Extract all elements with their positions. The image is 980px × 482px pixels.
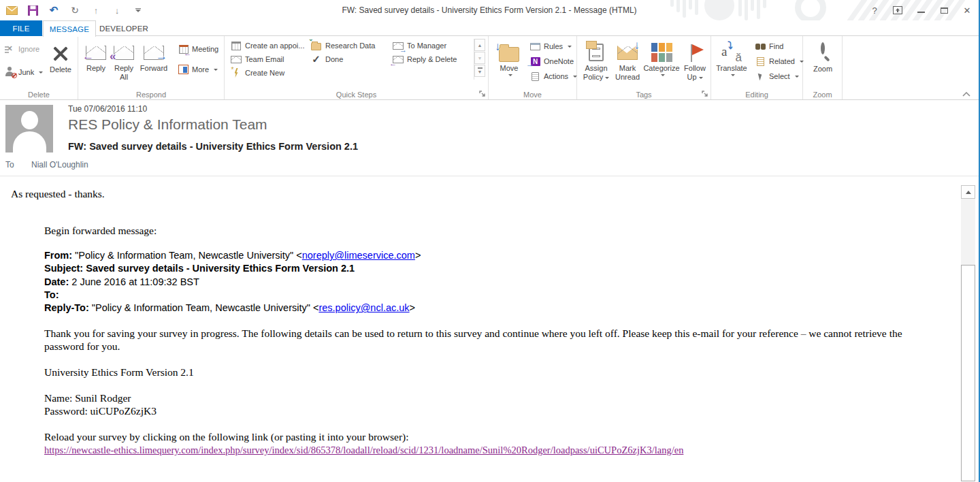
- select-button[interactable]: Select: [752, 69, 804, 84]
- actions-button[interactable]: Actions: [527, 69, 577, 84]
- outlook-message-window: ↶ ↻ ↑ ↓ FW: Saved survey details - Unive…: [0, 0, 980, 482]
- save-icon[interactable]: [27, 4, 39, 16]
- quick-step-done[interactable]: ✓ Done: [309, 52, 391, 66]
- team-email-icon: [230, 54, 242, 65]
- find-button[interactable]: Find: [752, 39, 804, 54]
- quick-step-create-new[interactable]: Create New: [229, 66, 309, 80]
- find-binoculars-icon: [755, 41, 766, 52]
- redo-icon[interactable]: ↻: [69, 4, 81, 16]
- move-icon: ↓: [499, 41, 519, 64]
- actions-label: Actions: [544, 72, 568, 80]
- quick-steps-dialog-launcher-icon[interactable]: [479, 91, 487, 98]
- customize-qat-icon[interactable]: [132, 4, 144, 16]
- reply-all-button[interactable]: « Reply All: [110, 37, 138, 82]
- translate-button[interactable]: a⤵ă Translate: [714, 37, 749, 76]
- rules-label: Rules: [544, 42, 563, 50]
- zoom-magnifier-icon: [814, 42, 832, 65]
- name-line: Name: Sunil Rodger: [44, 391, 157, 404]
- follow-up-flag-icon: [688, 41, 702, 64]
- categorize-button[interactable]: Categorize: [642, 37, 681, 82]
- sender-name[interactable]: RES Policy & Information Team: [68, 116, 267, 133]
- tags-dialog-launcher-icon[interactable]: [702, 91, 709, 98]
- quick-step-to-manager[interactable]: → To Manager: [391, 39, 470, 52]
- assign-policy-label-2: Policy: [583, 73, 603, 81]
- window-controls: ? ✕: [866, 0, 976, 20]
- reload-instruction-line: Reload your survey by clicking on the fo…: [44, 430, 409, 443]
- next-item-icon[interactable]: ↓: [111, 4, 123, 16]
- ribbon-display-options-icon[interactable]: [889, 3, 906, 18]
- quick-step-research-data[interactable]: ⌄ Research Data: [309, 39, 391, 52]
- quick-step-reply-delete[interactable]: ← Reply & Delete: [391, 52, 470, 66]
- fwd-from-line: From: "Policy & Information Team, Newcas…: [44, 249, 421, 262]
- quick-step-create-appointment[interactable]: Create an appoi...: [229, 39, 309, 52]
- fwd-subject-line: Subject: Saved survey details - Universi…: [44, 262, 421, 275]
- date-label: Date:: [44, 276, 69, 287]
- gallery-scroll-down-icon[interactable]: ▼: [474, 52, 485, 64]
- checkmark-icon: ✓: [310, 54, 322, 65]
- group-label-quick-steps: Quick Steps: [225, 91, 488, 99]
- calendar-icon: [230, 40, 242, 51]
- rules-icon: [529, 41, 541, 52]
- minimize-icon[interactable]: [912, 3, 930, 18]
- follow-up-button[interactable]: Follow Up: [681, 37, 709, 82]
- close-icon[interactable]: ✕: [958, 3, 976, 18]
- ribbon: Ignore Junk Delete Delete ← Reply: [0, 36, 979, 100]
- help-icon[interactable]: ?: [866, 3, 883, 18]
- ribbon-group-respond: ← Reply « Reply All → Forward ← Meeting: [78, 36, 225, 99]
- reply-all-label-2: All: [120, 73, 128, 82]
- assign-policy-button[interactable]: Assign Policy: [580, 37, 612, 82]
- meeting-button[interactable]: ← Meeting: [175, 42, 218, 57]
- gallery-scroll-up-icon[interactable]: ▲: [474, 39, 485, 51]
- mark-unread-button[interactable]: ↓ Mark Unread: [612, 37, 642, 82]
- ribbon-group-editing: a⤵ă Translate Find Related Select Editi: [711, 36, 803, 99]
- more-respond-button[interactable]: More: [175, 62, 218, 77]
- replyto-email-link[interactable]: res.policy@ncl.ac.uk: [318, 302, 409, 313]
- group-label-tags: Tags: [577, 91, 710, 99]
- select-cursor-icon: [755, 71, 766, 82]
- to-row: To Niall O'Loughlin: [5, 160, 88, 170]
- quick-step-label: Done: [325, 55, 343, 63]
- rules-button[interactable]: Rules: [527, 39, 577, 54]
- delete-label: Delete: [50, 65, 71, 74]
- gallery-more-icon[interactable]: ▼: [474, 65, 485, 77]
- reply-all-label: Reply: [114, 64, 133, 73]
- survey-title-line: University Ethics Form Version 2.1: [44, 366, 194, 379]
- from-email-link[interactable]: noreply@limeservice.com: [302, 250, 415, 261]
- delete-icon: [52, 42, 69, 65]
- move-button[interactable]: ↓ Move: [494, 37, 524, 76]
- collapse-ribbon-icon[interactable]: [962, 92, 970, 97]
- envelope-forward-icon: →: [392, 40, 404, 51]
- survey-reload-link[interactable]: https://newcastle-ethics.limequery.com/i…: [44, 445, 683, 455]
- forward-button[interactable]: → Forward: [138, 37, 169, 82]
- ignore-label: Ignore: [18, 45, 39, 53]
- zoom-button[interactable]: Zoom: [807, 38, 838, 74]
- related-button[interactable]: Related: [752, 54, 804, 69]
- from-label: From:: [44, 250, 72, 261]
- maximize-icon[interactable]: [935, 3, 953, 18]
- ribbon-group-move: ↓ Move Rules N→ OneNote Actions Move: [489, 36, 577, 99]
- recipient-name[interactable]: Niall O'Loughlin: [31, 160, 88, 170]
- delete-button[interactable]: Delete: [45, 39, 76, 74]
- tab-message[interactable]: MESSAGE: [43, 20, 96, 37]
- replyto-label: Reply-To:: [44, 302, 89, 313]
- survey-link-line: https://newcastle-ethics.limequery.com/i…: [44, 443, 683, 457]
- junk-button[interactable]: Junk: [1, 63, 43, 81]
- mark-unread-icon: ↓: [617, 41, 638, 64]
- previous-item-icon[interactable]: ↑: [90, 4, 102, 16]
- ribbon-group-delete: Ignore Junk Delete Delete: [0, 36, 78, 99]
- scrollbar-thumb[interactable]: [961, 265, 975, 481]
- quick-step-team-email[interactable]: Team Email: [229, 52, 309, 66]
- onenote-button[interactable]: N→ OneNote: [527, 54, 577, 69]
- message-header: Tue 07/06/2016 11:10 RES Policy & Inform…: [0, 100, 979, 176]
- scroll-up-icon[interactable]: [961, 185, 975, 199]
- tab-file[interactable]: FILE: [0, 20, 42, 36]
- undo-icon[interactable]: ↶: [48, 4, 60, 16]
- password-line: Password: uiCUPoZ6zjK3: [44, 404, 157, 417]
- ignore-button[interactable]: Ignore: [1, 40, 43, 58]
- assign-policy-label: Assign: [585, 64, 607, 73]
- translate-icon: a⤵ă: [721, 41, 742, 64]
- tab-developer[interactable]: DEVELOPER: [97, 20, 151, 36]
- from-value: "Policy & Information Team, Newcastle Un…: [72, 250, 302, 261]
- vertical-scrollbar[interactable]: [961, 185, 975, 481]
- reply-button[interactable]: ← Reply: [82, 37, 110, 82]
